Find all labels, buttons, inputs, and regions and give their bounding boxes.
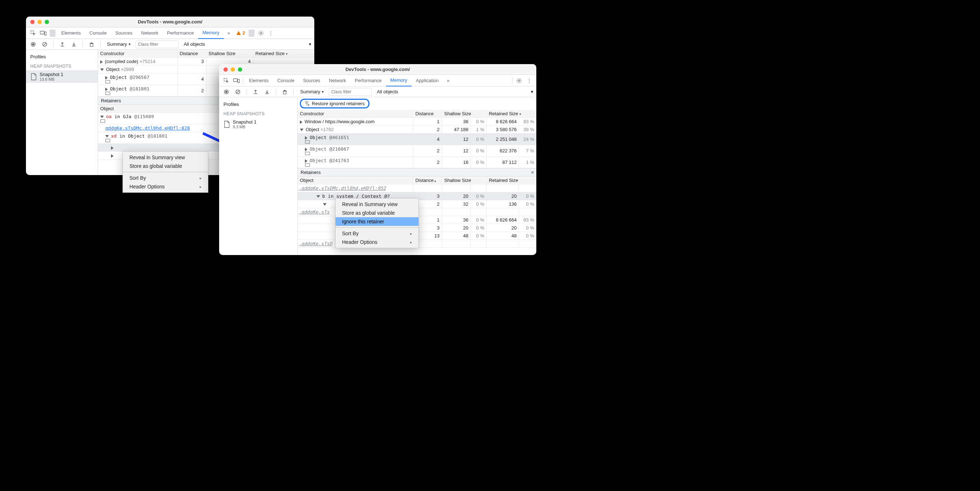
record-icon[interactable]	[29, 40, 38, 49]
inspect-icon[interactable]	[28, 28, 38, 38]
separator	[83, 41, 83, 48]
separator	[100, 41, 100, 48]
more-tabs-icon[interactable]: »	[224, 28, 234, 38]
memory-toolbar: Summary▾ All objects ▾	[26, 39, 314, 50]
menu-store-global[interactable]: Store as global variable	[123, 162, 208, 170]
objects-select[interactable]: All objects	[375, 89, 401, 94]
element-icon	[305, 163, 310, 167]
hamburger-icon[interactable]: ≡	[531, 170, 533, 175]
import-icon[interactable]	[70, 40, 78, 49]
menu-header-options[interactable]: Header Options▸	[336, 238, 418, 246]
col-distance[interactable]: Distance	[177, 50, 206, 58]
tab-memory[interactable]: Memory	[386, 75, 412, 86]
menu-divider	[336, 227, 418, 228]
record-icon[interactable]	[222, 87, 231, 96]
chevron-down-icon[interactable]: ▾	[531, 89, 533, 94]
window-title: DevTools - www.google.com/	[26, 19, 314, 24]
separator	[293, 89, 294, 95]
element-icon	[105, 139, 110, 142]
table-row[interactable]: Object @241763 2160 %87 1121 %	[298, 157, 536, 168]
tab-elements[interactable]: Elements	[57, 27, 85, 38]
svg-point-3	[260, 32, 262, 34]
constructors-grid: Constructor Distance Shallow Size Retain…	[298, 110, 536, 168]
col-distance[interactable]: Distance	[413, 110, 442, 118]
profiles-header: Profiles	[26, 52, 98, 61]
import-icon[interactable]	[263, 87, 271, 96]
retainers-header: Retainers ≡	[298, 168, 536, 176]
export-icon[interactable]	[251, 87, 260, 96]
snapshot-item[interactable]: Snapshot 1 13.6 MB	[26, 70, 98, 83]
menu-header-options[interactable]: Header Options▸	[123, 182, 208, 191]
menu-sort-by[interactable]: Sort By▸	[123, 174, 208, 182]
gear-icon[interactable]	[514, 76, 524, 86]
class-filter-input[interactable]	[329, 88, 372, 96]
more-tabs-icon[interactable]: »	[443, 76, 453, 86]
col-retained[interactable]: Retained Size	[487, 110, 536, 118]
view-select[interactable]: Summary▾	[105, 41, 133, 47]
col-shallow[interactable]: Shallow Size	[206, 50, 253, 58]
menu-ignore-retainer[interactable]: Ignore this retainer	[336, 217, 418, 226]
element-icon	[105, 80, 110, 84]
gear-icon[interactable]	[256, 28, 266, 38]
svg-rect-23	[283, 91, 286, 94]
window-title: DevTools - www.google.com/	[219, 67, 536, 72]
tab-console[interactable]: Console	[273, 75, 299, 86]
tab-elements[interactable]: Elements	[245, 75, 273, 86]
col-retained[interactable]: Retained Size	[487, 176, 536, 184]
warning-icon	[236, 31, 241, 36]
menu-reveal-summary[interactable]: Reveal in Summary view	[336, 200, 418, 208]
kebab-icon[interactable]: ⋮	[266, 28, 276, 38]
svg-rect-11	[100, 119, 105, 122]
warning-count: 2	[243, 30, 245, 36]
device-icon[interactable]	[38, 28, 48, 38]
table-row[interactable]: Object ×1782247 1881 %3 580 57639 %	[298, 126, 536, 133]
snapshot-name: Snapshot 1	[233, 119, 257, 125]
heap-snapshots-section: HEAP SNAPSHOTS	[26, 61, 98, 70]
tab-performance[interactable]: Performance	[350, 75, 386, 86]
tab-application[interactable]: Application	[412, 75, 443, 86]
menu-sort-by[interactable]: Sort By▸	[336, 229, 418, 238]
svg-point-20	[225, 91, 228, 93]
col-constructor[interactable]: Constructor	[98, 50, 177, 58]
table-row[interactable]: Window / https://www.google.com1360 %8 6…	[298, 118, 536, 126]
tab-console[interactable]: Console	[85, 27, 111, 38]
svg-rect-1	[40, 31, 45, 34]
tab-network[interactable]: Network	[137, 27, 163, 38]
menu-reveal-summary[interactable]: Reveal in Summary view	[123, 153, 208, 162]
col-shallow[interactable]: Shallow Size	[442, 110, 487, 118]
col-distance[interactable]: Distance	[413, 176, 442, 184]
titlebar: DevTools - www.google.com/	[219, 64, 536, 75]
gc-icon[interactable]	[87, 40, 96, 49]
device-icon[interactable]	[231, 76, 242, 86]
separator	[249, 30, 255, 37]
export-icon[interactable]	[58, 40, 67, 49]
tab-performance[interactable]: Performance	[162, 27, 198, 38]
tab-network[interactable]: Network	[325, 75, 351, 86]
class-filter-input[interactable]	[135, 40, 179, 48]
col-retained[interactable]: Retained Size	[253, 50, 314, 58]
table-row[interactable]: Object @461651 4120 %2 251 04824 %	[298, 133, 536, 145]
table-row[interactable]: Object @216867 2120 %622 3767 %	[298, 145, 536, 157]
gc-icon[interactable]	[280, 87, 289, 96]
col-object[interactable]: Object	[298, 176, 413, 184]
grid-header-row: Object Distance Shallow Size Retained Si…	[298, 176, 536, 184]
inspect-icon[interactable]	[221, 76, 231, 86]
svg-point-5	[32, 43, 34, 45]
view-select[interactable]: Summary▾	[298, 89, 326, 94]
tab-memory[interactable]: Memory	[198, 27, 224, 39]
chevron-down-icon[interactable]: ▾	[309, 41, 312, 47]
col-constructor[interactable]: Constructor	[298, 110, 413, 118]
col-shallow[interactable]: Shallow Size	[442, 176, 487, 184]
clear-icon[interactable]	[40, 40, 49, 49]
kebab-icon[interactable]: ⋮	[524, 76, 534, 86]
objects-select[interactable]: All objects	[181, 41, 207, 47]
tab-sources[interactable]: Sources	[299, 75, 325, 86]
table-row[interactable]: ,qddgKe,sTsDMc,dtl0hd,eHDfl:952	[298, 184, 536, 192]
snapshot-item[interactable]: Snapshot 1 9.3 MB	[219, 118, 298, 130]
element-icon	[105, 92, 110, 95]
tab-sources[interactable]: Sources	[111, 27, 137, 38]
warnings-badge[interactable]: 2	[234, 30, 247, 36]
restore-ignored-retainers-button[interactable]: Restore ignored retainers	[300, 99, 369, 108]
menu-store-global[interactable]: Store as global variable	[336, 208, 418, 217]
clear-icon[interactable]	[234, 87, 242, 96]
